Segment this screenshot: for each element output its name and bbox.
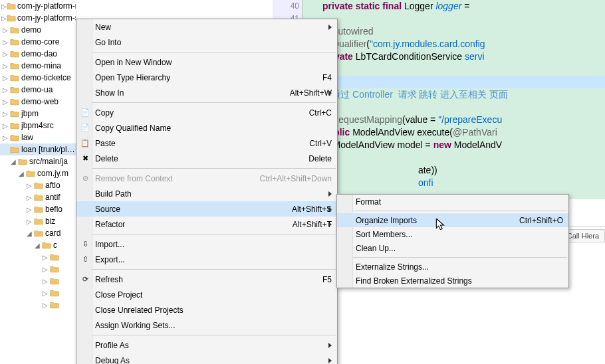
code-line[interactable]: @RequestMapping(value = "/prepareExecu: [322, 114, 502, 126]
source-submenu[interactable]: FormatOrganize ImportsCtrl+Shift+OSort M…: [336, 194, 569, 288]
tree-item[interactable]: ▷aftlo: [0, 179, 76, 191]
tree-item[interactable]: ▷biz: [0, 215, 76, 227]
context-menu-item[interactable]: RefactorAlt+Shift+T: [76, 217, 337, 232]
code-line[interactable]: ate)): [322, 164, 437, 177]
submenu-item[interactable]: Sort Members...: [337, 227, 568, 241]
tree-item[interactable]: ▷law: [0, 132, 76, 143]
code-line[interactable]: * 通过 Controller 请求 跳转 进入至相关 页面: [322, 88, 508, 101]
expand-icon[interactable]: ▷: [1, 3, 7, 10]
expand-icon[interactable]: ▷: [25, 206, 33, 213]
context-menu-item[interactable]: Debug As: [76, 353, 337, 364]
tree-item[interactable]: ▷demo-ua: [0, 84, 76, 96]
expand-icon[interactable]: ◢: [17, 170, 25, 177]
code-line[interactable]: public ModelAndView execute(@PathVari: [322, 126, 497, 139]
code-line[interactable]: private LbTCardConditionService servi: [322, 50, 485, 63]
expand-icon[interactable]: ▷: [1, 27, 9, 34]
expand-icon[interactable]: ▷: [1, 86, 9, 94]
context-menu-item[interactable]: Go Into: [76, 35, 337, 50]
context-menu[interactable]: NewGo IntoOpen in New WindowOpen Type Hi…: [76, 19, 338, 364]
context-menu-item[interactable]: ⟳RefreshF5: [76, 272, 337, 287]
context-menu-item[interactable]: 📄CopyCtrl+C: [76, 105, 337, 120]
tree-item[interactable]: ▷demo: [0, 24, 76, 36]
tree-item[interactable]: ▷: [0, 287, 76, 299]
tree-item[interactable]: ▷demo-mina: [0, 60, 76, 72]
tree-item[interactable]: ▷demo-dao: [0, 48, 76, 60]
expand-icon[interactable]: ▷: [25, 194, 33, 201]
submenu-item[interactable]: Organize ImportsCtrl+Shift+O: [337, 213, 568, 227]
tree-item[interactable]: ▷demo-web: [0, 96, 76, 108]
context-menu-item[interactable]: Build Path: [76, 186, 337, 201]
tree-item-label: biz: [45, 217, 55, 226]
tree-item[interactable]: ▷demo-ticketce: [0, 72, 76, 84]
code-line[interactable]: @Qualifier("com.jy.modules.card.config: [322, 38, 485, 50]
context-menu-item[interactable]: Close Project: [76, 287, 337, 302]
tree-item[interactable]: ◢com.jy.m: [0, 167, 76, 179]
code-line[interactable]: /**: [322, 76, 605, 88]
code-line[interactable]: onfi: [322, 177, 433, 189]
expand-icon[interactable]: ▷: [25, 218, 33, 225]
tree-item[interactable]: ▷com-jy-platform-system: [0, 12, 76, 24]
context-menu-item[interactable]: ⇩Import...: [76, 236, 337, 252]
expand-icon[interactable]: ◢: [9, 158, 17, 165]
project-explorer[interactable]: ▷com-jy-platform-restservice▷com-jy-plat…: [0, 0, 76, 364]
expand-icon[interactable]: ▷: [1, 74, 9, 82]
context-menu-item[interactable]: ⇧Export...: [76, 252, 337, 267]
submenu-item[interactable]: Format: [337, 195, 568, 209]
context-menu-item[interactable]: Show InAlt+Shift+W: [76, 85, 337, 100]
folder-icon: [7, 13, 16, 23]
context-menu-item[interactable]: Profile As: [76, 337, 337, 353]
context-menu-item[interactable]: 📄Copy Qualified Name: [76, 120, 337, 136]
expand-icon[interactable]: ▷: [1, 50, 9, 58]
folder-icon: [9, 121, 20, 130]
expand-icon[interactable]: ◢: [33, 242, 41, 249]
code-line[interactable]: private static final Logger logger =: [322, 0, 472, 13]
context-menu-item[interactable]: Open in New Window: [76, 54, 337, 70]
copyq-icon: 📄: [80, 124, 90, 132]
context-menu-item[interactable]: ✖DeleteDelete: [76, 151, 337, 166]
code-line[interactable]: ModelAndView model = new ModelAndV: [322, 139, 502, 151]
folder-icon: [9, 109, 20, 118]
submenu-item[interactable]: Clean Up...: [337, 241, 568, 255]
tree-item[interactable]: loan [trunk/pl…: [0, 143, 76, 155]
expand-icon[interactable]: ▷: [1, 110, 9, 118]
submenu-item[interactable]: Find Broken Externalized Strings: [337, 274, 568, 288]
tree-item[interactable]: ▷: [0, 275, 76, 287]
expand-icon[interactable]: ▷: [25, 182, 33, 189]
tree-item[interactable]: ▷antif: [0, 191, 76, 203]
tree-item[interactable]: ▷com-jy-platform-restservice: [0, 0, 76, 12]
expand-icon[interactable]: ▷: [41, 266, 49, 273]
tree-item[interactable]: ▷: [0, 299, 76, 311]
submenu-item[interactable]: Externalize Strings...: [337, 260, 568, 274]
expand-icon[interactable]: ▷: [1, 134, 9, 141]
expand-icon[interactable]: ▷: [1, 122, 9, 130]
expand-icon[interactable]: ▷: [1, 98, 9, 106]
menu-item-label: Delete: [95, 154, 118, 163]
expand-icon[interactable]: ▷: [1, 15, 7, 22]
paste-icon: 📋: [80, 139, 90, 147]
tree-item[interactable]: ◢card: [0, 227, 76, 239]
context-menu-item[interactable]: SourceAlt+Shift+S: [76, 201, 337, 217]
tree-item[interactable]: ▷: [0, 263, 76, 275]
context-menu-item[interactable]: Close Unrelated Projects: [76, 302, 337, 318]
tree-item[interactable]: ▷jbpm4src: [0, 120, 76, 132]
expand-icon[interactable]: ▷: [41, 254, 49, 261]
tree-item[interactable]: ▷jbpm: [0, 108, 76, 120]
menu-shortcut: Alt+Shift+T: [293, 220, 332, 229]
menu-shortcut: Ctrl+V: [309, 139, 332, 148]
expand-icon[interactable]: ▷: [41, 278, 49, 285]
tree-item[interactable]: ▷demo-core: [0, 36, 76, 48]
expand-icon[interactable]: ▷: [1, 39, 9, 46]
context-menu-item[interactable]: Open Type HierarchyF4: [76, 70, 337, 85]
expand-icon[interactable]: ▷: [1, 62, 9, 70]
expand-icon[interactable]: ▷: [41, 302, 49, 309]
context-menu-item[interactable]: 📋PasteCtrl+V: [76, 136, 337, 151]
tree-item[interactable]: ◢src/main/ja: [0, 155, 76, 167]
tree-item-label: law: [21, 133, 33, 142]
context-menu-item[interactable]: Assign Working Sets...: [76, 318, 337, 333]
context-menu-item[interactable]: New: [76, 19, 337, 35]
tree-item[interactable]: ▷: [0, 251, 76, 263]
expand-icon[interactable]: ◢: [25, 230, 33, 237]
expand-icon[interactable]: ▷: [41, 290, 49, 297]
tree-item[interactable]: ▷beflo: [0, 203, 76, 215]
tree-item[interactable]: ◢c: [0, 239, 76, 251]
